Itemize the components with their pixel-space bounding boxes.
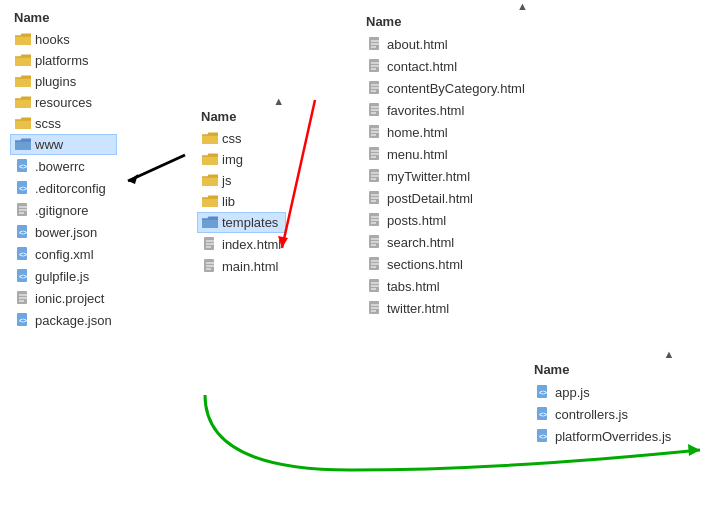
list-item[interactable]: contentByCategory.html	[362, 77, 530, 99]
svg-text:<>: <>	[19, 273, 27, 280]
item-label: platforms	[35, 53, 88, 68]
list-item[interactable]: twitter.html	[362, 297, 530, 319]
list-item[interactable]: posts.html	[362, 209, 530, 231]
item-label: main.html	[222, 259, 278, 274]
svg-line-88	[282, 100, 315, 248]
item-label: .editorconfig	[35, 181, 106, 196]
item-label: favorites.html	[387, 103, 464, 118]
item-label: img	[222, 152, 243, 167]
svg-text:<>: <>	[19, 251, 27, 258]
panel-3: ▲ Name about.html contact.html contentBy…	[362, 0, 530, 319]
item-label: twitter.html	[387, 301, 449, 316]
svg-text:<>: <>	[19, 185, 27, 192]
item-label: .bowerrc	[35, 159, 85, 174]
list-item[interactable]: <> gulpfile.js	[10, 265, 117, 287]
item-label: hooks	[35, 32, 70, 47]
scroll-up-2[interactable]: ▲	[197, 95, 284, 107]
svg-text:<>: <>	[539, 389, 547, 396]
list-item-www[interactable]: www	[10, 134, 117, 155]
list-item[interactable]: <> config.xml	[10, 243, 117, 265]
svg-text:<>: <>	[19, 163, 27, 170]
item-label: myTwitter.html	[387, 169, 470, 184]
panel-4-header: Name	[530, 360, 676, 379]
list-item[interactable]: <> .editorconfig	[10, 177, 117, 199]
list-item[interactable]: plugins	[10, 71, 117, 92]
scroll-up-4[interactable]: ▲	[530, 348, 674, 360]
list-item[interactable]: home.html	[362, 121, 530, 143]
list-item[interactable]: <> bower.json	[10, 221, 117, 243]
list-item[interactable]: ionic.project	[10, 287, 117, 309]
item-label: about.html	[387, 37, 448, 52]
panel-2-header: Name	[197, 107, 286, 126]
item-label: platformOverrides.js	[555, 429, 671, 444]
list-item[interactable]: <> platformOverrides.js	[530, 425, 676, 447]
list-item[interactable]: platforms	[10, 50, 117, 71]
list-item[interactable]: main.html	[197, 255, 286, 277]
item-label: package.json	[35, 313, 112, 328]
item-label: resources	[35, 95, 92, 110]
list-item[interactable]: css	[197, 128, 286, 149]
item-label: index.html	[222, 237, 281, 252]
item-label: home.html	[387, 125, 448, 140]
item-label: controllers.js	[555, 407, 628, 422]
list-item[interactable]: menu.html	[362, 143, 530, 165]
item-label: sections.html	[387, 257, 463, 272]
panel-4: ▲ Name <> app.js <> controllers.js <> pl…	[530, 348, 676, 447]
svg-text:<>: <>	[19, 317, 27, 324]
item-label: menu.html	[387, 147, 448, 162]
list-item[interactable]: .gitignore	[10, 199, 117, 221]
item-label: contact.html	[387, 59, 457, 74]
svg-text:<>: <>	[19, 229, 27, 236]
svg-text:<>: <>	[539, 433, 547, 440]
svg-marker-90	[688, 444, 700, 456]
list-item[interactable]: js	[197, 170, 286, 191]
item-label: plugins	[35, 74, 76, 89]
item-label: templates	[222, 215, 278, 230]
svg-marker-87	[128, 174, 138, 184]
list-item[interactable]: favorites.html	[362, 99, 530, 121]
item-label: posts.html	[387, 213, 446, 228]
list-item[interactable]: resources	[10, 92, 117, 113]
item-label: search.html	[387, 235, 454, 250]
item-label: ionic.project	[35, 291, 104, 306]
svg-line-86	[128, 155, 185, 181]
list-item[interactable]: <> app.js	[530, 381, 676, 403]
list-item[interactable]: postDetail.html	[362, 187, 530, 209]
item-label: css	[222, 131, 242, 146]
list-item[interactable]: <> package.json	[10, 309, 117, 331]
item-label: www	[35, 137, 63, 152]
list-item[interactable]: search.html	[362, 231, 530, 253]
list-item[interactable]: myTwitter.html	[362, 165, 530, 187]
item-label: js	[222, 173, 231, 188]
list-item[interactable]: <> controllers.js	[530, 403, 676, 425]
list-item[interactable]: hooks	[10, 29, 117, 50]
panel-1-header: Name	[10, 8, 117, 27]
list-item[interactable]: sections.html	[362, 253, 530, 275]
item-label: .gitignore	[35, 203, 88, 218]
list-item[interactable]: index.html	[197, 233, 286, 255]
svg-text:<>: <>	[539, 411, 547, 418]
list-item[interactable]: tabs.html	[362, 275, 530, 297]
list-item[interactable]: <> .bowerrc	[10, 155, 117, 177]
list-item[interactable]: about.html	[362, 33, 530, 55]
panel-3-header: Name	[362, 12, 530, 31]
list-item[interactable]: scss	[10, 113, 117, 134]
panel-2: ▲ Name css img js lib templates index.ht…	[197, 95, 286, 277]
item-label: gulpfile.js	[35, 269, 89, 284]
item-label: bower.json	[35, 225, 97, 240]
list-item[interactable]: lib	[197, 191, 286, 212]
item-label: tabs.html	[387, 279, 440, 294]
item-label: scss	[35, 116, 61, 131]
item-label: contentByCategory.html	[387, 81, 525, 96]
item-label: config.xml	[35, 247, 94, 262]
panel-1: Name hooks platforms plugins resources s…	[10, 8, 117, 331]
list-item[interactable]: img	[197, 149, 286, 170]
item-label: lib	[222, 194, 235, 209]
list-item[interactable]: contact.html	[362, 55, 530, 77]
list-item-templates[interactable]: templates	[197, 212, 286, 233]
item-label: postDetail.html	[387, 191, 473, 206]
scroll-up-3[interactable]: ▲	[362, 0, 528, 12]
item-label: app.js	[555, 385, 590, 400]
